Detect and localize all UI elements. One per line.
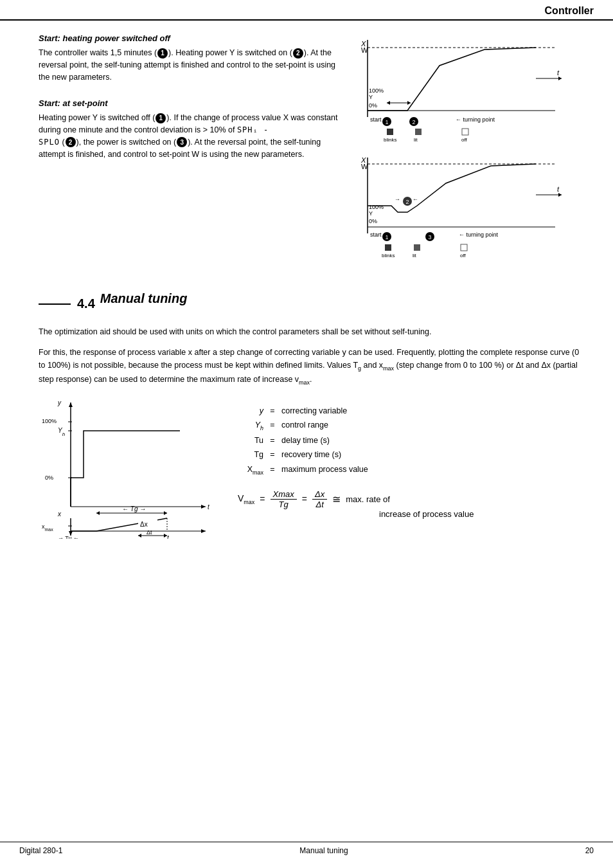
svg-text:lit: lit <box>413 253 417 258</box>
formula-num2: Δx <box>312 489 327 500</box>
svg-marker-73 <box>96 511 100 515</box>
svg-text:off: off <box>461 137 468 143</box>
svg-text:← Tg →: ← Tg → <box>122 505 146 512</box>
legend-key-y: y <box>238 404 263 419</box>
s2-t3: ( <box>60 138 65 147</box>
legend-val-yh: control range <box>281 418 328 433</box>
section-top-left: Start: heating power switched off The co… <box>39 33 343 272</box>
svg-marker-80 <box>138 534 141 538</box>
footer-right: 20 <box>585 846 594 855</box>
legend-eq-yh: = <box>267 418 278 433</box>
svg-text:0%: 0% <box>369 102 377 109</box>
diagram1: X W t 100% Y 0% start → <box>356 33 574 149</box>
header-title: Controller <box>545 5 594 16</box>
legend-key-tg: Tg <box>238 448 263 462</box>
svg-text:100%: 100% <box>42 418 57 424</box>
svg-rect-51 <box>461 244 467 251</box>
svg-text:Yh: Yh <box>58 427 66 437</box>
section1-text1: The controller waits 1,5 minutes ( <box>39 48 157 57</box>
s2-t1: Heating power Y is switched off ( <box>39 113 155 122</box>
svg-text:2: 2 <box>405 199 409 205</box>
page-footer: Digital 280-1 Manual tuning 20 <box>0 842 613 855</box>
formula-lhs: Vmax <box>238 493 254 505</box>
legend-key-yh: Yh <box>238 418 263 433</box>
section2-title: Start: at set-point <box>39 98 343 108</box>
formula-box: Vmax = Xmax Tg = Δx Δt ≅ max. rate of in <box>238 489 587 519</box>
svg-text:100%: 100% <box>369 87 384 94</box>
legend-val-tg: recovery time (s) <box>281 448 341 462</box>
svg-marker-4 <box>558 77 562 80</box>
section44-title: Manual tuning <box>100 291 188 306</box>
svg-marker-74 <box>164 511 167 515</box>
legend-row-tu: Tu = delay time (s) <box>238 433 587 448</box>
legend-eq-tu: = <box>267 433 278 448</box>
formula-eq2: = <box>302 494 307 504</box>
formula-frac2: Δx Δt <box>312 489 327 509</box>
para1-text: The optimization aid should be used with… <box>39 327 431 336</box>
formula-den1: Tg <box>276 500 291 509</box>
svg-text:1: 1 <box>385 234 388 240</box>
code-sphi: SPHᵢ - <box>237 125 269 134</box>
svg-marker-69 <box>201 529 206 533</box>
formula-num1: Xmax <box>271 489 297 500</box>
legend-val-tu: delay time (s) <box>281 433 330 448</box>
formula-main: Vmax = Xmax Tg = Δx Δt ≅ max. rate of <box>238 489 587 509</box>
svg-text:→ Tu ←: → Tu ← <box>58 535 79 539</box>
main-content: Start: heating power switched off The co… <box>0 21 613 554</box>
section-top-right: X W t 100% Y 0% start → <box>356 33 587 272</box>
svg-text:t: t <box>208 503 210 511</box>
svg-rect-49 <box>414 244 420 251</box>
section1-title: Start: heating power switched off <box>39 33 343 43</box>
legend-key-tu: Tu <box>238 433 263 448</box>
svg-marker-55 <box>69 402 73 407</box>
section2-body: Heating power Y is switched off (1). If … <box>39 112 343 160</box>
code-splo: SPLO <box>39 138 60 147</box>
svg-text:← turning point: ← turning point <box>459 231 499 238</box>
legend-val-y: correcting variable <box>281 404 347 419</box>
section44-number: 4.4 <box>77 296 95 311</box>
formula-frac1: Xmax Tg <box>271 489 297 509</box>
svg-text:Y: Y <box>369 210 373 217</box>
section-divider <box>39 303 71 305</box>
svg-marker-16 <box>407 101 411 105</box>
section44-header: 4.4 Manual tuning <box>39 291 587 316</box>
bottom-section: y t 100% Yh 0% <box>39 397 587 541</box>
svg-text:←: ← <box>413 196 418 203</box>
section44-para2: For this, the response of process variab… <box>39 346 587 387</box>
svg-text:100%: 100% <box>369 204 384 210</box>
formula-rhs-line2: increase of process value <box>379 509 474 519</box>
circle-1b: 1 <box>155 113 166 123</box>
svg-rect-20 <box>387 129 393 135</box>
section-heating-off: Start: heating power switched off The co… <box>39 33 343 83</box>
chart-area: y t 100% Yh 0% <box>39 397 218 541</box>
section1-text2: ). Heating power Y is switched on ( <box>168 48 292 57</box>
para2-text: For this, the response of process variab… <box>39 348 579 384</box>
svg-text:Y: Y <box>369 94 373 100</box>
svg-text:1: 1 <box>385 119 388 125</box>
legend-eq-tg: = <box>267 448 278 462</box>
s2-t4: ), the power is switched on ( <box>76 138 177 147</box>
svg-text:0%: 0% <box>45 475 53 481</box>
svg-rect-47 <box>385 244 391 251</box>
legend-eq-xmax: = <box>267 462 278 477</box>
svg-text:off: off <box>460 253 466 258</box>
svg-text:t: t <box>557 69 560 77</box>
section-top: Start: heating power switched off The co… <box>39 33 587 272</box>
circle-2a: 2 <box>293 48 303 59</box>
svg-text:y: y <box>57 399 62 406</box>
svg-marker-34 <box>558 193 562 197</box>
legend-row-yh: Yh = control range <box>238 418 587 433</box>
formula-approx: ≅ <box>332 493 341 505</box>
footer-center: Manual tuning <box>299 846 348 855</box>
svg-text:Δx: Δx <box>140 521 148 528</box>
svg-marker-15 <box>387 101 390 105</box>
svg-marker-57 <box>201 505 206 509</box>
step-response-chart: y t 100% Yh 0% <box>39 397 218 539</box>
svg-text:← turning point: ← turning point <box>456 116 495 123</box>
formula-den2: Δt <box>313 500 326 509</box>
svg-rect-24 <box>462 129 468 135</box>
legend-table: y = correcting variable Yh = control ran… <box>238 404 587 478</box>
svg-text:blinks: blinks <box>382 253 395 258</box>
svg-text:Δt: Δt <box>147 529 152 536</box>
svg-text:t: t <box>167 534 170 539</box>
